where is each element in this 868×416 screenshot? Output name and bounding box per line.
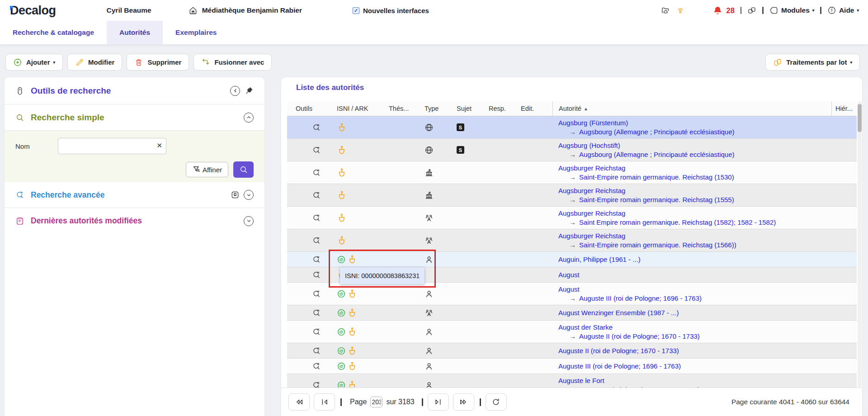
scrollbar-track[interactable]	[858, 101, 862, 388]
ark-icon[interactable]	[347, 346, 357, 356]
ark-icon[interactable]	[337, 123, 347, 132]
column-header-type[interactable]: Type	[423, 105, 456, 112]
ark-icon[interactable]	[337, 168, 347, 178]
fast-forward-button[interactable]	[453, 393, 474, 411]
decalog-logo[interactable]: Decalog	[10, 4, 56, 18]
row-search-tools-icon[interactable]	[312, 346, 321, 355]
authority-reference-link[interactable]: →Saint-Empire romain germanique. Reichst…	[569, 196, 734, 203]
search-submit-button[interactable]	[233, 161, 254, 178]
folder-cloud-icon[interactable]	[661, 6, 670, 15]
tab-recherche-catalogage[interactable]: Recherche & catalogage	[0, 21, 107, 44]
name-input[interactable]	[58, 138, 166, 154]
authority-row[interactable]: @Auguste le Fort→Auguste II (roi de Polo…	[287, 374, 857, 388]
authority-row[interactable]: Augsburger Reichstag→Saint-Empire romain…	[287, 161, 857, 184]
row-search-tools-icon[interactable]	[312, 123, 321, 132]
row-search-tools-icon[interactable]	[312, 289, 321, 298]
bookmark-icon[interactable]	[231, 190, 240, 199]
authority-link[interactable]: August	[558, 271, 580, 279]
column-header-resp[interactable]: Resp.	[489, 105, 521, 112]
ark-icon[interactable]	[347, 308, 357, 318]
authority-link[interactable]: Augsburger Reichstag	[558, 209, 625, 217]
recent-authorities-section-header[interactable]: Dernières autorités modifiées	[5, 208, 264, 234]
pin-icon[interactable]	[244, 86, 254, 95]
authority-row[interactable]: @Auguste III (roi de Pologne; 1696 - 176…	[287, 359, 857, 374]
add-button[interactable]: Ajouter ▾	[5, 54, 63, 71]
row-search-tools-icon[interactable]	[312, 236, 321, 245]
authority-row[interactable]: SAugsburg (Fürstentum)→Augsbourg (Allema…	[287, 116, 857, 139]
authority-link[interactable]: Augsburger Reichstag	[558, 232, 625, 240]
previous-page-button[interactable]	[314, 393, 335, 411]
isni-icon[interactable]: @	[337, 308, 346, 317]
refine-button[interactable]: Affiner	[186, 162, 228, 177]
fast-backward-button[interactable]	[288, 393, 310, 411]
ark-icon[interactable]	[347, 361, 357, 371]
help-menu[interactable]: Aide ▾	[827, 6, 859, 15]
notification-count[interactable]: 28	[726, 6, 735, 15]
column-header-hierarchie[interactable]: Hiér...	[831, 101, 857, 116]
authority-reference-link[interactable]: →Saint-Empire romain germanique. Reichst…	[569, 241, 736, 249]
delete-button[interactable]: Supprimer	[127, 54, 189, 71]
clear-input-icon[interactable]: ✕	[156, 142, 162, 150]
ark-icon[interactable]	[337, 213, 347, 223]
ark-icon[interactable]	[347, 289, 357, 299]
authority-link[interactable]: Augsburger Reichstag	[558, 164, 625, 172]
authority-reference-link[interactable]: →Saint-Empire romain germanique. Reichst…	[569, 173, 734, 181]
row-search-tools-icon[interactable]	[312, 255, 321, 264]
modules-menu[interactable]: Modules ▾	[769, 6, 814, 15]
row-search-tools-icon[interactable]	[312, 146, 321, 155]
column-header-autorite[interactable]: Autorité ▲	[552, 101, 831, 116]
ark-icon[interactable]	[347, 380, 357, 388]
isni-icon[interactable]: @	[337, 327, 346, 336]
authority-link[interactable]: Augsburg (Fürstentum)	[558, 119, 628, 127]
row-search-tools-icon[interactable]	[312, 327, 321, 336]
authority-row[interactable]: @August→Auguste III (roi de Pologne; 169…	[287, 283, 857, 305]
page-number-input[interactable]	[370, 397, 382, 407]
authority-reference-link[interactable]: →Augsbourg (Allemagne ; Principauté eccl…	[569, 128, 735, 136]
authority-row[interactable]: SAugsburg (Hochstift)→Augsbourg (Allemag…	[287, 139, 857, 161]
row-search-tools-icon[interactable]	[312, 308, 321, 317]
advanced-search-section-header[interactable]: Recherche avancée	[5, 182, 264, 208]
collapse-section-icon[interactable]	[244, 113, 254, 123]
isni-icon[interactable]: @	[337, 346, 346, 355]
isni-icon[interactable]: @	[337, 381, 346, 388]
column-header-outils[interactable]: Outils	[296, 105, 337, 112]
authority-row[interactable]: @August der Starke→Auguste II (roi de Po…	[287, 321, 857, 343]
authority-row[interactable]: Augsburger Reichstag→Saint-Empire romain…	[287, 229, 857, 252]
authority-row[interactable]: Augsburger Reichstag→Saint Empire romain…	[287, 207, 857, 229]
row-search-tools-icon[interactable]	[312, 362, 321, 371]
library-selector[interactable]: Médiathèque Benjamin Rabier	[189, 6, 302, 15]
refresh-button[interactable]	[486, 393, 507, 411]
authority-link[interactable]: Auguste II (roi de Pologne; 1670 - 1733)	[558, 347, 679, 355]
authority-reference-link[interactable]: →Augsbourg (Allemagne ; Principauté eccl…	[569, 151, 735, 158]
authority-link[interactable]: Augsburger Reichstag	[558, 187, 625, 194]
authority-link[interactable]: August	[558, 285, 580, 293]
authority-row[interactable]: @August Wenzinger Ensemble (1987 - ...)	[287, 305, 857, 321]
simple-search-section-header[interactable]: Recherche simple	[5, 104, 264, 131]
merge-button[interactable]: Fusionner avec	[193, 54, 272, 71]
isni-icon[interactable]: @	[337, 289, 346, 298]
ark-icon[interactable]	[337, 190, 347, 200]
collapse-panel-icon[interactable]	[230, 86, 240, 96]
authority-row[interactable]: Augsburger Reichstag→Saint-Empire romain…	[287, 184, 857, 207]
broadcast-icon[interactable]	[676, 6, 685, 15]
isni-icon[interactable]: @	[337, 255, 346, 264]
new-interfaces-toggle[interactable]: ✓ Nouvelles interfaces	[353, 7, 429, 14]
batch-processing-button[interactable]: Traitements par lot ▾	[765, 54, 860, 71]
authority-reference-link[interactable]: →Auguste III (roi de Pologne; 1696 - 176…	[569, 294, 702, 302]
column-header-isni-ark[interactable]: ISNI / ARK	[337, 105, 389, 112]
link-icon[interactable]	[747, 6, 756, 15]
authority-link[interactable]: Augsburg (Hochstift)	[558, 142, 620, 149]
authority-link[interactable]: Auguste III (roi de Pologne; 1696 - 1763…	[558, 362, 681, 370]
ark-icon[interactable]	[347, 255, 357, 265]
ark-icon[interactable]	[337, 145, 347, 155]
authority-reference-link[interactable]: →Saint Empire romain germanique. Reichst…	[569, 218, 776, 226]
authority-link[interactable]: Auguin, Philippe (1961 - ...)	[558, 255, 641, 263]
authority-link[interactable]: August der Starke	[558, 323, 613, 331]
row-search-tools-icon[interactable]	[312, 168, 321, 177]
ark-icon[interactable]	[347, 327, 357, 337]
scrollbar-thumb[interactable]	[858, 104, 862, 132]
notifications-bell-icon[interactable]	[713, 6, 722, 15]
next-page-button[interactable]	[428, 393, 449, 411]
row-search-tools-icon[interactable]	[312, 270, 321, 279]
authority-link[interactable]: August Wenzinger Ensemble (1987 - ...)	[558, 309, 679, 317]
